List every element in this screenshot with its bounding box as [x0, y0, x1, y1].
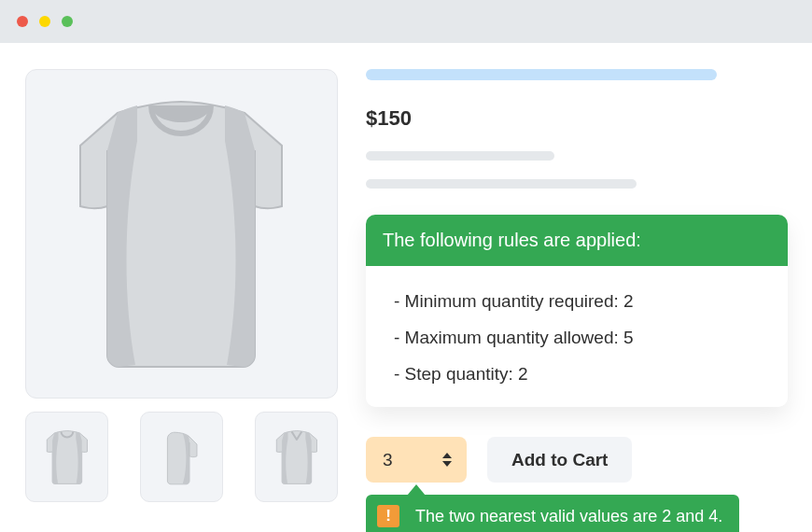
warning-icon: ! — [377, 505, 399, 527]
quantity-rules-card: The following rules are applied: - Minim… — [366, 215, 788, 407]
product-thumbnail-2[interactable] — [140, 412, 223, 502]
purchase-actions: 3 Add to Cart ! The two nearest valid va… — [366, 437, 788, 483]
rule-max-quantity: - Maximum quantity allowed: 5 — [394, 329, 760, 346]
rules-body: - Minimum quantity required: 2 - Maximum… — [366, 266, 788, 407]
quantity-decrement-icon[interactable] — [442, 461, 452, 467]
window-close-dot[interactable] — [17, 16, 28, 27]
tooltip-arrow-icon — [407, 484, 426, 496]
tshirt-front-icon — [44, 429, 91, 485]
rules-header: The following rules are applied: — [366, 215, 788, 266]
description-line-2-placeholder — [366, 179, 637, 189]
quantity-spinner-buttons — [442, 453, 452, 467]
tooltip-message: The two nearest valid values are 2 and 4… — [415, 507, 722, 526]
product-thumbnail-3[interactable] — [255, 412, 338, 502]
product-main-image[interactable] — [25, 69, 338, 399]
window-zoom-dot[interactable] — [62, 16, 73, 27]
quantity-stepper[interactable]: 3 — [366, 437, 467, 483]
validation-tooltip: ! The two nearest valid values are 2 and… — [366, 495, 739, 532]
product-page: $150 The following rules are applied: - … — [0, 43, 812, 502]
tshirt-icon — [72, 94, 291, 374]
description-line-1-placeholder — [366, 151, 554, 161]
product-price: $150 — [366, 106, 788, 131]
product-thumbnail-1[interactable] — [25, 412, 108, 502]
tshirt-vneck-icon — [273, 429, 320, 485]
product-details: $150 The following rules are applied: - … — [366, 69, 788, 502]
window-titlebar — [0, 0, 812, 43]
thumbnail-row — [25, 412, 338, 502]
quantity-increment-icon[interactable] — [442, 453, 452, 458]
add-to-cart-button[interactable]: Add to Cart — [487, 437, 632, 483]
gallery-column — [25, 69, 338, 502]
window-minimize-dot[interactable] — [39, 16, 50, 27]
product-title-placeholder — [366, 69, 717, 80]
quantity-value: 3 — [383, 450, 393, 470]
tshirt-side-icon — [159, 429, 205, 485]
rule-step-quantity: - Step quantity: 2 — [394, 365, 760, 383]
rule-min-quantity: - Minimum quantity required: 2 — [394, 292, 760, 310]
